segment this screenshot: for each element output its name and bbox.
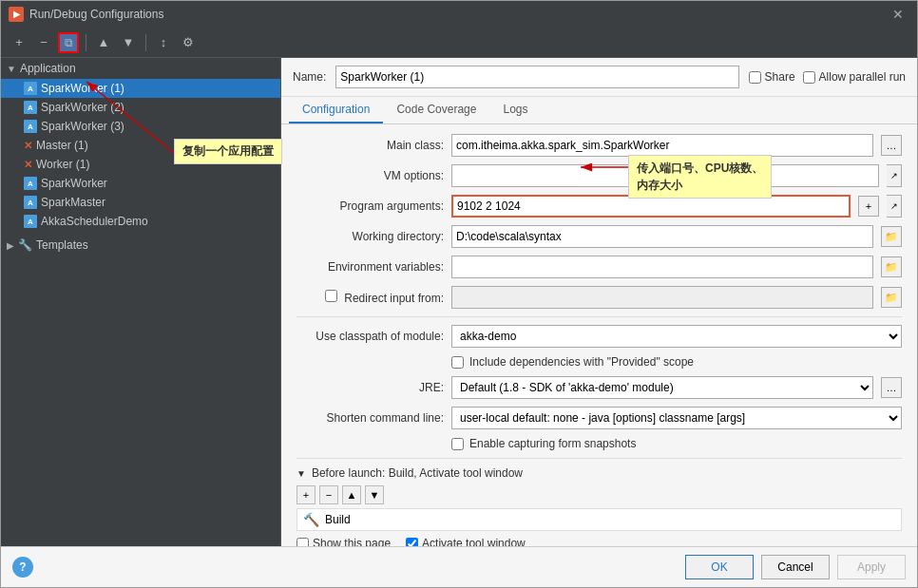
- jre-browse-button[interactable]: …: [881, 377, 902, 398]
- redirect-input[interactable]: [451, 286, 873, 309]
- tree-item-sparkworker[interactable]: A SparkWorker: [1, 174, 280, 193]
- main-class-row: Main class: …: [296, 134, 902, 157]
- program-args-plus-button[interactable]: +: [858, 196, 879, 217]
- tab-code-coverage[interactable]: Code Coverage: [383, 97, 489, 123]
- working-dir-input[interactable]: [451, 225, 873, 248]
- activate-tool-option[interactable]: Activate tool window: [406, 537, 526, 546]
- app-icon: A: [24, 215, 37, 228]
- env-vars-browse-button[interactable]: 📁: [881, 256, 902, 277]
- options-button[interactable]: ⚙: [178, 32, 199, 53]
- before-launch-section: ▼ Before launch: Build, Activate tool wi…: [296, 466, 902, 546]
- vm-options-row: VM options: ↗: [296, 164, 902, 187]
- show-page-option[interactable]: Show this page: [296, 537, 391, 546]
- close-button[interactable]: ✕: [887, 5, 909, 24]
- share-label[interactable]: Share: [749, 70, 795, 84]
- error-icon: ✕: [24, 159, 32, 171]
- shorten-label: Shorten command line:: [296, 411, 444, 425]
- working-dir-browse-button[interactable]: 📁: [881, 226, 902, 247]
- shorten-select[interactable]: user-local default: none - java [options…: [451, 407, 902, 429]
- tab-configuration[interactable]: Configuration: [289, 97, 383, 123]
- name-input[interactable]: [335, 66, 738, 88]
- program-args-expand-button[interactable]: ↗: [887, 195, 902, 218]
- classpath-label: Use classpath of module:: [296, 330, 444, 343]
- item-label: SparkWorker (1): [41, 82, 124, 95]
- redirect-browse-button[interactable]: 📁: [881, 287, 902, 308]
- build-item-label: Build: [325, 513, 351, 526]
- tree-item-akkascheduler[interactable]: A AkkaSchedulerDemo: [1, 212, 280, 231]
- vm-options-input[interactable]: [451, 164, 879, 187]
- item-label: SparkWorker (2): [41, 101, 124, 114]
- env-vars-input[interactable]: [451, 256, 873, 278]
- program-args-label: Program arguments:: [296, 199, 444, 213]
- item-label: Master (1): [36, 139, 88, 152]
- main-class-browse-button[interactable]: …: [881, 135, 902, 156]
- redirect-label: Redirect input from:: [296, 290, 444, 305]
- jre-label: JRE:: [296, 381, 444, 394]
- tree-item-sparkworker3[interactable]: A SparkWorker (3): [1, 117, 280, 136]
- app-icon: A: [24, 101, 37, 114]
- redirect-row: Redirect input from: 📁: [296, 286, 902, 309]
- item-label: SparkWorker (3): [41, 120, 124, 133]
- move-up-button[interactable]: ▲: [93, 32, 114, 53]
- app-icon: A: [24, 177, 37, 190]
- bl-add-button[interactable]: +: [296, 485, 316, 504]
- app-icon: A: [24, 82, 37, 95]
- main-class-label: Main class:: [296, 139, 444, 152]
- app-icon: A: [24, 120, 37, 133]
- run-debug-dialog: ▶ Run/Debug Configurations ✕ + − ⧉ ▲ ▼ ↕…: [0, 0, 918, 588]
- shorten-row: Shorten command line: user-local default…: [296, 407, 902, 429]
- sort-button[interactable]: ↕: [153, 32, 174, 53]
- share-area: Share Allow parallel run: [749, 70, 906, 84]
- dialog-title: Run/Debug Configurations: [29, 8, 881, 21]
- item-label: SparkWorker: [41, 177, 107, 190]
- help-button[interactable]: ?: [12, 557, 33, 578]
- add-button[interactable]: +: [9, 32, 29, 53]
- item-label: AkkaSchedulerDemo: [41, 215, 148, 228]
- remove-button[interactable]: −: [33, 32, 54, 53]
- copy-button[interactable]: ⧉: [58, 32, 79, 53]
- chevron-right-icon: ▶: [7, 240, 14, 251]
- cancel-button[interactable]: Cancel: [761, 555, 830, 579]
- main-class-input[interactable]: [451, 134, 873, 157]
- enable-snapshots-checkbox[interactable]: [451, 438, 464, 450]
- parallel-checkbox[interactable]: [803, 71, 815, 84]
- program-args-input[interactable]: [451, 195, 851, 218]
- application-header[interactable]: ▼ Application: [1, 58, 280, 79]
- tree-item-worker1[interactable]: ✕ Worker (1): [1, 155, 280, 174]
- include-deps-checkbox[interactable]: [451, 356, 464, 369]
- tree-item-master1[interactable]: ✕ Master (1): [1, 136, 280, 155]
- tab-logs[interactable]: Logs: [489, 97, 541, 123]
- bl-up-button[interactable]: ▲: [342, 485, 361, 504]
- app-icon: A: [24, 196, 37, 209]
- activate-tool-checkbox[interactable]: [406, 538, 418, 547]
- divider-1: [296, 316, 902, 317]
- redirect-checkbox[interactable]: [325, 290, 337, 302]
- bl-down-button[interactable]: ▼: [365, 485, 384, 504]
- right-panel: Name: Share Allow parallel run Configura…: [281, 58, 917, 546]
- program-args-row: Program arguments: + ↗: [296, 195, 902, 218]
- tree-item-sparkmaster[interactable]: A SparkMaster: [1, 193, 280, 212]
- tree-item-sparkworker2[interactable]: A SparkWorker (2): [1, 98, 280, 117]
- name-bar: Name: Share Allow parallel run: [281, 58, 917, 97]
- parallel-label[interactable]: Allow parallel run: [803, 70, 906, 84]
- apply-button[interactable]: Apply: [837, 555, 906, 579]
- before-launch-title: Before launch: Build, Activate tool wind…: [312, 466, 523, 480]
- env-vars-row: Environment variables: 📁: [296, 256, 902, 278]
- ok-button[interactable]: OK: [685, 555, 754, 579]
- include-deps-label: Include dependencies with "Provided" sco…: [469, 355, 694, 369]
- classpath-select[interactable]: akka-demo: [451, 325, 902, 348]
- toolbar-separator-2: [145, 34, 146, 51]
- jre-select[interactable]: Default (1.8 - SDK of 'akka-demo' module…: [451, 376, 873, 399]
- templates-section[interactable]: ▶ 🔧 Templates: [1, 235, 280, 256]
- move-down-button[interactable]: ▼: [118, 32, 139, 53]
- include-deps-row: Include dependencies with "Provided" sco…: [451, 355, 902, 369]
- application-section: ▼ Application A SparkWorker (1) A SparkW…: [1, 58, 280, 231]
- tree-item-sparkworker1[interactable]: A SparkWorker (1): [1, 79, 280, 98]
- divider-2: [296, 458, 902, 459]
- show-page-checkbox[interactable]: [296, 538, 309, 547]
- vm-options-expand-button[interactable]: ↗: [887, 164, 902, 187]
- share-checkbox[interactable]: [749, 71, 761, 84]
- bl-remove-button[interactable]: −: [319, 485, 338, 504]
- chevron-down-icon-2: ▼: [296, 468, 306, 479]
- name-label: Name:: [293, 70, 326, 84]
